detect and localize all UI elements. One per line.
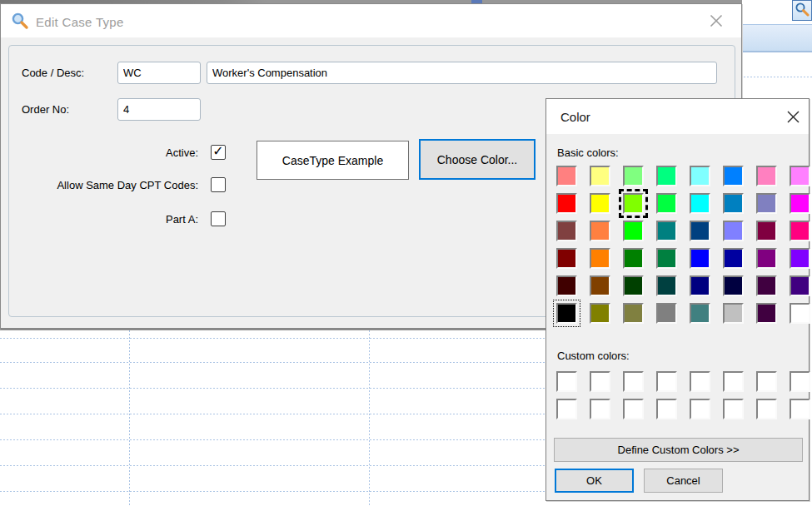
basic-color-swatch[interactable] — [623, 193, 644, 214]
table-grid-line — [369, 330, 370, 506]
basic-color-swatch[interactable] — [623, 166, 644, 186]
basic-color-swatch[interactable] — [723, 275, 744, 296]
basic-color-swatch[interactable] — [690, 166, 710, 186]
basic-color-swatch[interactable] — [656, 275, 677, 296]
basic-color-swatch[interactable] — [623, 248, 644, 269]
code-desc-label: Code / Desc: — [22, 67, 84, 79]
color-dialog-titlebar[interactable]: Color — [546, 99, 809, 134]
custom-color-swatch[interactable] — [690, 371, 710, 392]
basic-color-swatch[interactable] — [790, 303, 810, 324]
basic-color-swatch[interactable] — [590, 221, 610, 241]
description-input[interactable] — [207, 62, 717, 84]
custom-color-swatch[interactable] — [690, 399, 710, 419]
choose-color-button[interactable]: Choose Color... — [419, 139, 536, 180]
active-label: Active: — [17, 146, 198, 159]
basic-color-swatch[interactable] — [690, 248, 710, 269]
custom-color-swatch[interactable] — [656, 371, 677, 392]
basic-color-swatch[interactable] — [556, 193, 577, 214]
allow-same-day-cpt-label: Allow Same Day CPT Codes: — [17, 179, 198, 191]
custom-color-swatch[interactable] — [590, 371, 610, 392]
basic-color-swatch[interactable] — [556, 248, 577, 269]
custom-color-swatch[interactable] — [790, 371, 810, 392]
basic-color-swatch[interactable] — [656, 248, 677, 269]
custom-colors-grid — [556, 371, 810, 419]
basic-color-swatch[interactable] — [656, 193, 677, 214]
basic-colors-label: Basic colors: — [557, 146, 619, 159]
basic-color-swatch[interactable] — [756, 248, 777, 269]
basic-color-swatch[interactable] — [556, 166, 577, 186]
basic-color-swatch[interactable] — [790, 275, 810, 296]
custom-color-swatch[interactable] — [623, 399, 644, 419]
allow-same-day-cpt-checkbox[interactable] — [211, 177, 226, 192]
order-no-label: Order No: — [22, 103, 69, 116]
basic-color-swatch[interactable] — [756, 221, 777, 241]
ok-button[interactable]: OK — [555, 469, 634, 493]
basic-color-swatch[interactable] — [623, 303, 644, 324]
basic-color-swatch[interactable] — [756, 303, 777, 324]
basic-color-swatch[interactable] — [590, 193, 610, 214]
order-no-input[interactable] — [117, 98, 201, 121]
basic-color-swatch[interactable] — [756, 275, 777, 296]
basic-color-swatch[interactable] — [723, 193, 744, 214]
basic-color-swatch[interactable] — [690, 221, 710, 241]
table-grid-line — [0, 414, 545, 414]
casetype-example-label: CaseType Example — [282, 154, 383, 167]
custom-color-swatch[interactable] — [590, 399, 610, 419]
basic-color-swatch[interactable] — [556, 221, 577, 241]
basic-color-swatch[interactable] — [623, 221, 644, 241]
basic-color-swatch[interactable] — [656, 166, 677, 186]
search-icon — [795, 2, 810, 19]
cancel-button[interactable]: Cancel — [644, 469, 723, 493]
edit-dialog-title: Edit Case Type — [36, 15, 124, 29]
basic-color-swatch[interactable] — [756, 166, 777, 186]
basic-color-swatch[interactable] — [756, 193, 777, 214]
custom-color-swatch[interactable] — [756, 371, 777, 392]
basic-color-swatch[interactable] — [556, 275, 577, 296]
table-grid-line — [0, 362, 545, 363]
background-table — [0, 330, 545, 506]
casetype-example-box: CaseType Example — [257, 141, 409, 180]
basic-color-swatch[interactable] — [723, 166, 744, 186]
custom-color-swatch[interactable] — [723, 371, 744, 392]
basic-color-swatch[interactable] — [790, 193, 810, 214]
magnifier-icon — [11, 12, 29, 32]
custom-color-swatch[interactable] — [656, 399, 677, 419]
basic-color-swatch[interactable] — [790, 248, 810, 269]
basic-color-swatch[interactable] — [656, 221, 677, 241]
basic-color-swatch[interactable] — [790, 166, 810, 186]
custom-color-swatch[interactable] — [723, 399, 744, 419]
active-checkbox[interactable]: ✓ — [211, 145, 226, 160]
custom-color-swatch[interactable] — [556, 371, 577, 392]
basic-color-swatch[interactable] — [690, 275, 710, 296]
basic-color-swatch[interactable] — [590, 166, 610, 186]
search-button[interactable] — [792, 0, 812, 21]
basic-color-swatch[interactable] — [590, 275, 610, 296]
color-dialog: Color Basic colors: Custom colors: Defin… — [545, 98, 810, 501]
basic-color-swatch[interactable] — [690, 193, 710, 214]
table-grid-line — [0, 388, 545, 389]
basic-color-swatch[interactable] — [723, 221, 744, 241]
basic-color-swatch[interactable] — [790, 221, 810, 241]
color-dialog-close-icon[interactable] — [781, 106, 805, 127]
table-grid-line — [0, 465, 545, 466]
table-grid-line — [0, 439, 545, 440]
custom-colors-label: Custom colors: — [557, 350, 630, 362]
basic-color-swatch[interactable] — [723, 248, 744, 269]
code-input[interactable] — [117, 62, 201, 84]
basic-color-swatch[interactable] — [723, 303, 744, 324]
part-a-checkbox[interactable] — [211, 211, 226, 226]
basic-color-swatch[interactable] — [690, 303, 710, 324]
basic-color-swatch[interactable] — [656, 303, 677, 324]
custom-color-swatch[interactable] — [623, 371, 644, 392]
basic-color-swatch[interactable] — [623, 275, 644, 296]
basic-color-swatch[interactable] — [556, 303, 577, 324]
edit-dialog-titlebar[interactable]: Edit Case Type — [1, 4, 741, 37]
basic-color-swatch[interactable] — [590, 248, 610, 269]
custom-color-swatch[interactable] — [790, 399, 810, 419]
custom-color-swatch[interactable] — [756, 399, 777, 419]
basic-color-swatch[interactable] — [590, 303, 610, 324]
edit-dialog-close-icon[interactable] — [705, 10, 728, 32]
custom-color-swatch[interactable] — [556, 399, 577, 419]
define-custom-colors-button[interactable]: Define Custom Colors >> — [554, 438, 803, 462]
part-a-label: Part A: — [17, 213, 198, 226]
